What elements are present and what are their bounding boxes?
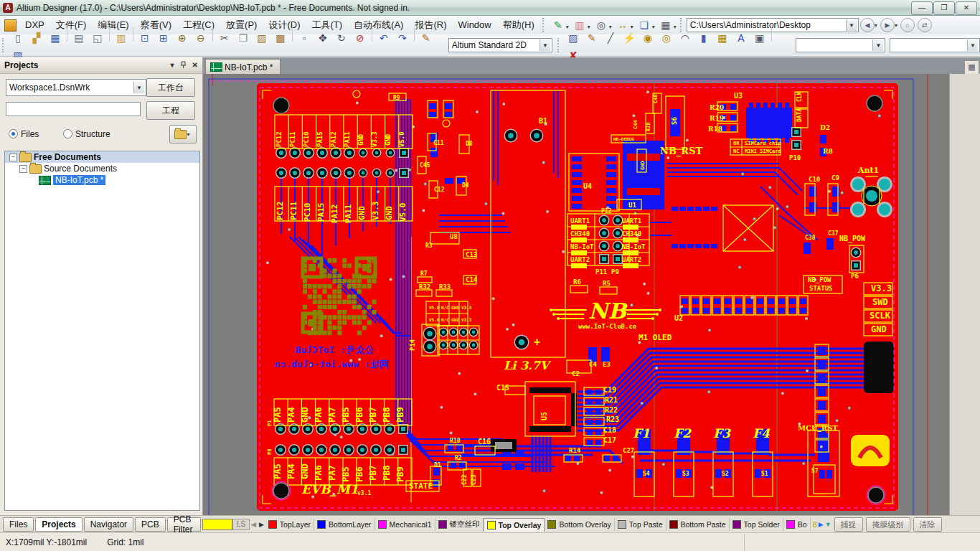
arc-icon[interactable]: ◠ [677, 29, 694, 47]
chevron-down-icon[interactable]: ▼ [540, 39, 550, 51]
project-button[interactable]: 工程 [146, 101, 195, 120]
fill-icon[interactable]: ▮ [695, 29, 712, 47]
layer-tab-Top Overlay[interactable]: Top Overlay [484, 518, 545, 532]
files-radio[interactable]: Files [9, 129, 39, 139]
panels-tab-icon[interactable]: ▦ [964, 60, 979, 75]
expander-icon[interactable]: − [9, 154, 17, 161]
new-icon[interactable]: ▯ [9, 29, 27, 47]
pcb-silkscreen-label: CH340 [570, 230, 590, 237]
track-icon[interactable]: ╱ [602, 29, 619, 47]
layer-tab-Bo[interactable]: Bo [783, 518, 811, 531]
layer-tab-Bottom Overlay[interactable]: Bottom Overlay [545, 518, 614, 531]
workbench-button[interactable]: 工作台 [146, 78, 195, 97]
back-button[interactable]: ◀ [860, 18, 875, 32]
maximize-button[interactable]: ❐ [933, 1, 955, 15]
array-icon[interactable]: ▦ [714, 29, 731, 47]
chevron-down-icon[interactable]: ▼ [133, 82, 144, 93]
filter-combo-2[interactable]: ▼ [890, 38, 980, 52]
undo-icon[interactable]: ↶ [375, 29, 392, 47]
layer-button-清除[interactable]: 清除 [913, 517, 942, 532]
tree-item-Free Documents[interactable]: −Free Documents [5, 151, 199, 163]
document-tab[interactable]: NB-IoT.pcb * [205, 59, 281, 75]
layer-tab-Top Paste[interactable]: Top Paste [615, 518, 666, 531]
radio-dot[interactable] [9, 129, 18, 138]
scroll-left-icon[interactable]: ◀ [251, 521, 256, 528]
layer-tab-Bottom Paste[interactable]: Bottom Paste [666, 518, 730, 531]
zoom-filter-icon[interactable]: ⊖ [192, 29, 209, 47]
zoom-fit-icon[interactable]: ⊡ [136, 29, 154, 47]
smart-route-icon[interactable]: ⚡ [621, 29, 638, 47]
tree-item-NB-IoT.pcb *[interactable]: NB-IoT.pcb * [5, 174, 199, 186]
scroll-right-icon[interactable]: ▶ [259, 521, 264, 528]
clear-filter-icon[interactable]: ⊘ [352, 29, 369, 47]
re-route-icon[interactable]: ↻ [333, 29, 350, 47]
zoom-area-icon[interactable]: ⊞ [155, 29, 172, 47]
layer-button-捕捉[interactable]: 捕捉 [834, 517, 863, 532]
filter-combo-1[interactable]: ▼ [796, 38, 886, 52]
pcb-silkscreen-label: V5.0 [429, 317, 440, 322]
panel-menu-icon[interactable]: ▾ [171, 61, 174, 70]
paste-icon[interactable]: ▨ [253, 29, 270, 47]
chevron-down-icon[interactable]: ▼ [967, 39, 978, 51]
paste-array-icon[interactable]: ▩ [272, 29, 289, 47]
forward-button[interactable]: ▶ [880, 18, 895, 32]
chevron-down-icon[interactable]: ▼ [872, 39, 883, 51]
pad-icon[interactable]: ◉ [639, 29, 656, 47]
cut-icon[interactable]: ✂ [216, 29, 233, 47]
next-layer-icon[interactable]: ▶ [819, 521, 824, 528]
filter-icon[interactable]: ▼ [825, 521, 831, 528]
layer-pairs-icon[interactable]: 8 [813, 520, 817, 529]
pcb-silkscreen-label: GND [451, 317, 459, 322]
string-icon[interactable]: A [732, 29, 750, 47]
open-folder-button[interactable]: ▾ [169, 125, 197, 143]
layer-tab-Mechanical1[interactable]: Mechanical1 [375, 518, 435, 531]
tree-item-Source Documents[interactable]: −Source Documents [5, 163, 199, 174]
layer-tab-BottomLayer[interactable]: BottomLayer [314, 518, 375, 531]
layer-tab-Top Solder[interactable]: Top Solder [730, 518, 783, 531]
copy-icon[interactable]: ❐ [235, 29, 252, 47]
menu-帮助(H)[interactable]: 帮助(H) [497, 17, 540, 33]
close-button[interactable]: ✕ [956, 1, 977, 15]
select-area-icon[interactable]: ▫ [296, 29, 313, 47]
interactive-route-icon[interactable]: ✎ [418, 29, 435, 47]
layer-tab-TopLayer[interactable]: TopLayer [265, 518, 314, 531]
open-icon[interactable]: ▞ [28, 29, 45, 47]
project-field[interactable] [6, 102, 141, 116]
component-icon[interactable]: ▣ [751, 29, 768, 47]
panel-tab-PCB Filter[interactable]: PCB Filter [167, 517, 201, 532]
pin-icon[interactable] [180, 61, 187, 70]
zoom-in-icon[interactable]: ⊕ [174, 29, 191, 47]
panel-tab-Navigator[interactable]: Navigator [84, 517, 133, 532]
panel-tab-PCB[interactable]: PCB [135, 517, 166, 532]
structure-radio[interactable]: Structure [63, 129, 110, 139]
chevron-down-icon[interactable]: ▼ [846, 19, 857, 31]
radio-dot[interactable] [63, 129, 72, 138]
document-icon[interactable]: ▥ [113, 29, 130, 47]
pcb-silkscreen-label: GND [385, 133, 392, 146]
minimize-button[interactable]: — [911, 1, 933, 15]
move-icon[interactable]: ✥ [314, 29, 331, 47]
workspace-combo[interactable]: Workspace1.DsnWrk ▼ [6, 79, 146, 96]
pcb-silkscreen-label: PB6 [354, 466, 364, 482]
save-icon[interactable]: ▦ [47, 29, 64, 47]
layer-tab-镂空丝印[interactable]: 镂空丝印 [435, 518, 484, 531]
layer-set-label[interactable]: LS [232, 519, 250, 530]
pcb-canvas[interactable]: PC12PC11PC10PA15PA12PA11GNDV3.3GNDV5.0PC… [203, 74, 949, 515]
print-icon[interactable]: ▤ [70, 29, 88, 47]
polygon-pour-icon[interactable]: ▨ [565, 29, 582, 47]
pcb-silkscreen-label: D2 [820, 124, 830, 131]
redo-icon[interactable]: ↷ [394, 29, 411, 47]
close-icon[interactable]: ✕ [192, 61, 198, 70]
view-config-combo[interactable]: Altium Standard 2D ▼ [448, 38, 552, 52]
menu-Window[interactable]: Window [452, 17, 496, 33]
layer-button-掩膜级别[interactable]: 掩膜级别 [866, 517, 910, 532]
current-layer-swatch[interactable] [202, 519, 232, 530]
home-button[interactable]: ⌂ [900, 18, 915, 32]
via-icon[interactable]: ◎ [658, 29, 675, 47]
print-preview-icon[interactable]: ◱ [89, 29, 106, 47]
panel-tab-Files[interactable]: Files [3, 517, 34, 532]
interactive-route-icon[interactable]: ✎ [583, 29, 600, 47]
panel-tab-Projects[interactable]: Projects [35, 517, 82, 532]
expander-icon[interactable]: − [19, 165, 27, 173]
refresh-button[interactable]: ⇄ [918, 18, 932, 32]
